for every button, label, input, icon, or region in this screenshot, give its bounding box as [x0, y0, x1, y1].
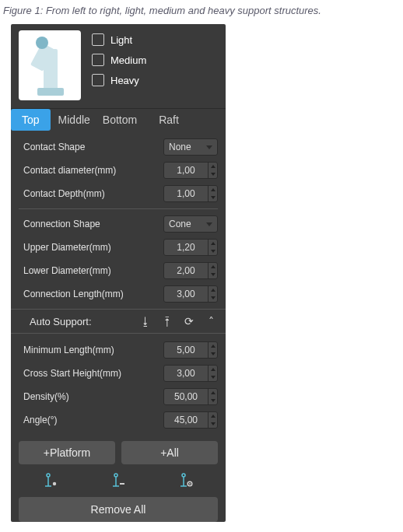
density-value: 50,00 [164, 391, 208, 402]
svg-point-6 [189, 483, 191, 485]
min-length-value: 5,00 [164, 345, 208, 355]
import-icon[interactable]: ⭳ [138, 314, 152, 328]
contact-group: Contact Shape None Contact diameter(mm) … [11, 131, 226, 309]
edit-support-button[interactable] [155, 471, 218, 491]
lower-diameter-value: 2,00 [164, 265, 208, 276]
top-section: Light Medium Heavy [11, 24, 226, 108]
medium-option[interactable]: Medium [92, 54, 146, 66]
density-label: Density(%) [19, 391, 163, 402]
auto-support-title: Auto Support: [26, 316, 131, 327]
lower-diameter-input[interactable]: 2,00 [163, 262, 218, 279]
collapse-icon[interactable]: ˄ [204, 314, 218, 328]
svg-point-1 [47, 474, 50, 477]
connection-length-value: 3,00 [164, 289, 208, 299]
add-platform-button[interactable]: +Platform [19, 441, 115, 464]
connection-length-input[interactable]: 3,00 [163, 285, 218, 303]
density-input[interactable]: 50,00 [163, 388, 218, 405]
tab-raft[interactable]: Raft [145, 109, 190, 131]
contact-depth-value: 1,00 [164, 188, 208, 199]
remove-all-button[interactable]: Remove All [19, 497, 218, 522]
step-down-icon[interactable] [209, 420, 217, 428]
step-down-icon[interactable] [209, 350, 217, 358]
chevron-down-icon [206, 145, 212, 149]
connection-length-label: Connection Length(mm) [19, 289, 163, 299]
upper-diameter-value: 1,20 [164, 242, 208, 253]
refresh-icon[interactable]: ⟳ [182, 314, 196, 328]
step-down-icon[interactable] [209, 247, 217, 255]
export-icon[interactable]: ⭱ [160, 314, 174, 328]
step-up-icon[interactable] [209, 263, 217, 271]
step-up-icon[interactable] [209, 186, 217, 194]
step-down-icon[interactable] [209, 294, 217, 302]
contact-depth-label: Contact Depth(mm) [19, 188, 163, 199]
step-down-icon[interactable] [209, 271, 217, 278]
contact-shape-value: None [169, 142, 191, 152]
add-all-button[interactable]: +All [121, 441, 218, 464]
tab-bottom[interactable]: Bottom [98, 109, 145, 131]
connection-shape-dropdown[interactable]: Cone [163, 215, 218, 233]
cross-start-height-label: Cross Start Height(mm) [19, 368, 163, 379]
step-down-icon[interactable] [209, 373, 217, 381]
upper-diameter-input[interactable]: 1,20 [163, 239, 218, 256]
checkbox-icon [92, 74, 104, 86]
support-preview-thumbnail [19, 30, 81, 100]
contact-diameter-label: Contact diameter(mm) [19, 165, 163, 176]
section-tabs: Top Middle Bottom Raft [11, 108, 226, 131]
auto-support-header: Auto Support: ⭳ ⭱ ⟳ ˄ [11, 309, 226, 334]
svg-point-2 [52, 482, 55, 485]
step-down-icon[interactable] [209, 170, 217, 178]
svg-point-3 [114, 474, 117, 477]
tab-middle[interactable]: Middle [51, 109, 98, 131]
contact-depth-input[interactable]: 1,00 [163, 185, 218, 202]
support-tool-row [11, 469, 226, 497]
connection-shape-value: Cone [169, 219, 191, 229]
step-up-icon[interactable] [209, 286, 217, 294]
step-up-icon[interactable] [209, 342, 217, 350]
add-single-support-button[interactable] [19, 471, 82, 491]
angle-label: Angle(°) [19, 415, 163, 425]
min-length-input[interactable]: 5,00 [163, 341, 218, 359]
step-up-icon[interactable] [209, 389, 217, 397]
step-up-icon[interactable] [209, 163, 217, 170]
contact-diameter-input[interactable]: 1,00 [163, 162, 218, 179]
checkbox-icon [92, 54, 104, 66]
svg-point-4 [182, 474, 185, 477]
divider [19, 208, 218, 209]
contact-shape-label: Contact Shape [19, 142, 163, 152]
angle-input[interactable]: 45,00 [163, 411, 218, 429]
cross-start-height-input[interactable]: 3,00 [163, 365, 218, 382]
contact-shape-dropdown[interactable]: None [163, 138, 218, 156]
step-up-icon[interactable] [209, 366, 217, 373]
lower-diameter-label: Lower Diameter(mm) [19, 265, 163, 276]
figure-caption: Figure 1: From left to right, light, med… [0, 0, 403, 24]
step-down-icon[interactable] [209, 194, 217, 201]
angle-value: 45,00 [164, 415, 208, 425]
step-down-icon[interactable] [209, 397, 217, 404]
contact-diameter-value: 1,00 [164, 165, 208, 176]
light-label: Light [110, 34, 132, 46]
heavy-label: Heavy [110, 75, 139, 86]
checkbox-icon [92, 33, 104, 46]
light-option[interactable]: Light [92, 33, 146, 46]
cross-start-height-value: 3,00 [164, 368, 208, 379]
remove-single-support-button[interactable] [86, 471, 149, 491]
add-buttons-row: +Platform +All [11, 435, 226, 469]
min-length-label: Minimum Length(mm) [19, 345, 163, 355]
support-settings-panel: Light Medium Heavy Top Middle Bottom Raf… [11, 24, 226, 522]
tab-top[interactable]: Top [11, 109, 51, 131]
connection-shape-label: Connection Shape [19, 219, 163, 229]
heavy-option[interactable]: Heavy [92, 74, 146, 86]
medium-label: Medium [110, 54, 146, 66]
auto-support-params: Minimum Length(mm) 5,00 Cross Start Heig… [11, 334, 226, 435]
step-up-icon[interactable] [209, 240, 217, 247]
chevron-down-icon [206, 222, 212, 226]
support-level-options: Light Medium Heavy [92, 30, 146, 86]
upper-diameter-label: Upper Diameter(mm) [19, 242, 163, 253]
step-up-icon[interactable] [209, 412, 217, 420]
